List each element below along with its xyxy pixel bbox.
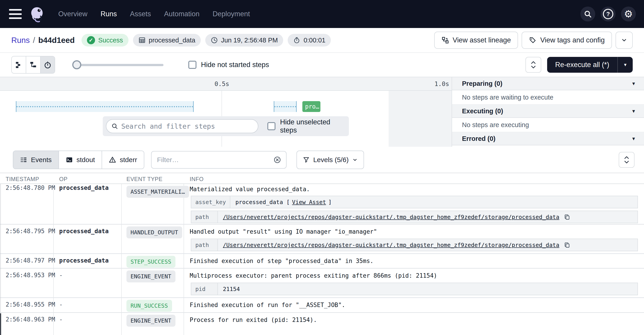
metadata-row-asset-key: asset_key processed_data [ View Asset ] (191, 196, 638, 208)
scrollbar-thumb[interactable] (0, 313, 1, 335)
gantt-step-bar-pending-2[interactable] (274, 101, 297, 112)
primary-nav: Overview Runs Assets Automation Deployme… (58, 10, 250, 18)
metadata-key: path (191, 239, 218, 251)
reexecute-dropdown-button[interactable]: ▾ (618, 62, 633, 68)
asset-tag-pill[interactable]: processed_data (133, 34, 201, 46)
hamburger-menu-icon[interactable] (9, 9, 22, 19)
tag-icon (529, 36, 536, 44)
hide-unselected-label: Hide unselected steps (280, 118, 349, 134)
view-mode-waterfall-button[interactable] (26, 56, 41, 73)
storage-path-link[interactable]: /Users/neverett/projects/repos/dagster-q… (223, 214, 559, 220)
view-mode-flat-button[interactable] (12, 56, 26, 73)
event-timestamp: 2:56:48.963 PM (6, 316, 55, 323)
check-icon: ✓ (87, 36, 95, 44)
nav-item-overview[interactable]: Overview (58, 10, 88, 18)
timeline-tick-1-0s: 1.0s (434, 80, 449, 87)
gantt-section: 0.5s 1.0s pro… Hide unselected steps (0, 77, 644, 147)
panel-section-errored-header[interactable]: Errored (0) ▾ (452, 132, 644, 146)
flat-gantt-icon (14, 60, 23, 69)
tab-stdout[interactable]: stdout (59, 151, 102, 169)
gantt-toolbar-right: Re-execute all (*) ▾ (526, 57, 633, 73)
hide-not-started-checkbox[interactable] (188, 61, 196, 69)
run-header: Runs / b44d1eed ✓ Success processed_data… (0, 28, 644, 53)
panel-section-executing-header[interactable]: Executing (0) ▾ (452, 105, 644, 118)
gear-icon: ⚙ (624, 9, 633, 19)
chevron-up-icon (531, 61, 536, 64)
search-button[interactable] (580, 6, 595, 22)
levels-dropdown-button[interactable]: Levels (5/6) (296, 150, 364, 169)
gantt-step-bar-pending-1[interactable] (16, 101, 194, 112)
table-header: TIMESTAMP OP EVENT TYPE INFO (0, 173, 644, 184)
gantt-timeline-header: 0.5s 1.0s (0, 77, 452, 91)
copy-icon[interactable] (564, 214, 570, 220)
event-timestamp: 2:56:48.955 PM (6, 301, 55, 308)
breadcrumb-separator: / (33, 36, 35, 45)
event-timestamp: 2:56:48.780 PM (6, 184, 55, 191)
column-header-info: INFO (190, 176, 204, 182)
waterfall-gantt-icon (29, 60, 38, 69)
slider-handle[interactable] (72, 60, 81, 69)
view-tags-config-button[interactable]: View tags and config (522, 32, 612, 49)
gantt-expand-button[interactable] (526, 57, 541, 73)
column-header-timestamp: TIMESTAMP (6, 176, 39, 182)
nav-item-runs[interactable]: Runs (100, 10, 117, 18)
chevron-down-icon (531, 66, 536, 69)
metadata-value: 21154 (218, 286, 240, 292)
copy-icon[interactable] (564, 242, 570, 248)
timeline-tick-0-5s: 0.5s (214, 80, 229, 87)
view-asset-lineage-button[interactable]: View asset lineage (434, 32, 518, 49)
storage-path-link[interactable]: /Users/neverett/projects/repos/dagster-q… (223, 242, 559, 248)
log-filter-box (151, 151, 286, 169)
column-header-event-type: EVENT TYPE (126, 176, 162, 182)
warning-triangle-icon (109, 156, 116, 164)
help-icon: ? (603, 9, 613, 19)
nav-item-deployment[interactable]: Deployment (212, 10, 250, 18)
dagster-run-page: Overview Runs Assets Automation Deployme… (0, 0, 644, 335)
gantt-filter-overlay: Hide unselected steps (103, 116, 349, 136)
gantt-zoom-slider[interactable] (73, 60, 164, 69)
scrollbar-track[interactable] (0, 173, 1, 335)
log-toolbar: Events stdout stderr (0, 147, 644, 173)
step-status-panel: Preparing (0) ▾ No steps are waiting to … (452, 77, 644, 147)
log-expand-button[interactable] (619, 152, 634, 168)
event-op: processed_data (59, 257, 108, 264)
stopwatch-icon (43, 60, 52, 69)
metadata-value-suffix: ] (328, 199, 332, 206)
reexecute-all-button[interactable]: Re-execute all (*) ▾ (547, 57, 633, 73)
gantt-step-bar-processed-data[interactable]: pro… (302, 101, 320, 112)
event-type-badge: RUN_SUCCESS (126, 300, 172, 312)
hide-unselected-checkbox[interactable] (267, 122, 276, 130)
breadcrumb-runs-link[interactable]: Runs (11, 36, 30, 45)
event-type-badge: HANDLED_OUTPUT (126, 226, 182, 238)
tab-events[interactable]: Events (13, 151, 59, 169)
gantt-view-mode-group (11, 56, 55, 74)
nav-item-assets[interactable]: Assets (130, 10, 151, 18)
clear-filter-icon[interactable] (274, 156, 281, 164)
run-id: b44d1eed (38, 36, 74, 45)
search-icon (584, 10, 592, 18)
event-row-engine-event-exit: 2:56:48.963 PM - ENGINE_EVENT Process fo… (0, 313, 644, 335)
event-timestamp: 2:56:48.795 PM (6, 228, 55, 234)
nav-item-automation[interactable]: Automation (164, 10, 200, 18)
log-filter-input[interactable] (156, 156, 274, 164)
dagster-logo-icon[interactable] (28, 6, 45, 22)
slider-track[interactable] (73, 64, 164, 66)
panel-section-preparing-header[interactable]: Preparing (0) ▾ (452, 77, 644, 90)
chevron-down-icon (352, 157, 358, 162)
tab-stderr[interactable]: stderr (102, 151, 144, 169)
view-mode-timed-button[interactable] (41, 56, 55, 73)
event-op: - (59, 301, 63, 308)
event-row-run-success: 2:56:48.955 PM - RUN_SUCCESS Finished ex… (0, 298, 644, 313)
top-navigation-bar: Overview Runs Assets Automation Deployme… (0, 0, 644, 28)
status-badge: ✓ Success (82, 34, 128, 46)
event-list-icon (20, 156, 27, 164)
run-header-more-button[interactable] (616, 32, 633, 49)
gantt-toolbar: Hide not started steps Re-execute all (*… (0, 53, 644, 77)
event-message: Materialized value processed_data. (190, 186, 310, 192)
settings-button[interactable]: ⚙ (621, 6, 636, 22)
view-asset-link[interactable]: View Asset (292, 199, 326, 206)
table-grid-icon (138, 36, 146, 44)
step-search-input[interactable] (121, 122, 253, 130)
metadata-key: pid (191, 283, 218, 295)
help-button[interactable]: ? (601, 6, 616, 22)
